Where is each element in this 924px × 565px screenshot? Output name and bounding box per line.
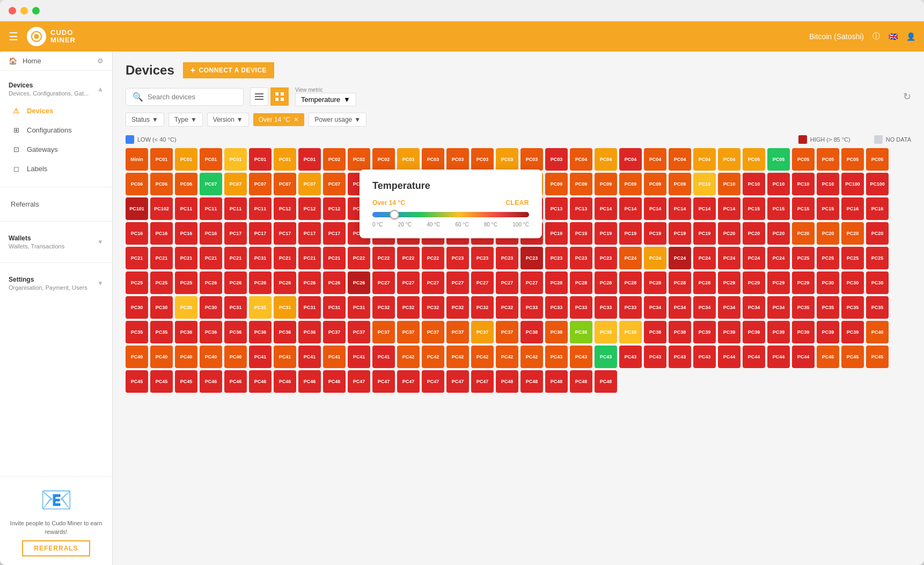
device-tile[interactable]: PC27 [422,272,444,294]
device-tile[interactable]: PC28 [669,272,691,294]
device-tile[interactable]: PC48 [545,370,568,393]
device-tile[interactable]: PC14 [595,197,617,220]
device-tile[interactable]: Minin [126,148,148,171]
device-tile[interactable]: PC47 [397,370,420,393]
device-tile[interactable]: PC30 [866,272,889,294]
refresh-button[interactable]: ↻ [903,91,911,102]
device-tile[interactable]: PC05 [767,148,790,171]
device-tile[interactable]: PC39 [792,321,815,343]
device-tile[interactable]: PC25 [866,247,889,269]
device-tile[interactable]: PC06 [150,173,173,195]
device-tile[interactable]: PC23 [446,247,469,269]
metric-select[interactable]: Temperature ▼ [295,93,356,106]
device-tile[interactable]: PC26 [274,272,296,294]
device-tile[interactable]: PC05 [743,148,765,171]
device-tile[interactable]: PC40 [200,346,222,368]
device-tile[interactable]: PC35 [817,296,839,319]
device-tile[interactable]: PC20 [767,222,790,245]
device-tile[interactable]: PC30 [200,296,222,319]
device-tile[interactable]: PC43 [595,346,617,368]
device-tile[interactable]: PC20 [792,222,815,245]
device-tile[interactable]: PC17 [274,222,296,245]
device-tile[interactable]: PC20 [743,222,765,245]
device-tile[interactable]: PC09 [619,173,642,195]
device-tile[interactable]: PC31 [249,296,272,319]
device-tile[interactable]: PC25 [175,272,197,294]
device-tile[interactable]: PC33 [545,296,568,319]
device-tile[interactable]: PC17 [249,222,272,245]
device-tile[interactable]: PC24 [644,247,666,269]
device-tile[interactable]: PC47 [372,370,395,393]
device-tile[interactable]: PC48 [496,370,518,393]
device-tile[interactable]: PC19 [669,222,691,245]
grid-view-button[interactable] [270,87,289,106]
device-tile[interactable]: PC19 [545,222,568,245]
device-tile[interactable]: PC24 [693,247,716,269]
device-tile[interactable]: PC19 [570,222,592,245]
device-tile[interactable]: PC37 [496,321,518,343]
device-tile[interactable]: PC27 [397,272,420,294]
device-tile[interactable]: PC40 [150,346,173,368]
menu-icon[interactable]: ☰ [9,30,18,43]
device-tile[interactable]: PC03 [471,148,494,171]
device-tile[interactable]: PC41 [249,346,272,368]
device-tile[interactable]: PC32 [446,296,469,319]
device-tile[interactable]: PC44 [792,346,815,368]
device-tile[interactable]: PC23 [595,247,617,269]
device-tile[interactable]: PC39 [841,321,864,343]
device-tile[interactable]: PC09 [570,173,592,195]
device-tile[interactable]: PC06 [126,173,148,195]
device-tile[interactable]: PC32 [397,296,420,319]
user-icon[interactable]: 👤 [906,32,915,41]
device-tile[interactable]: PC31 [323,296,346,319]
device-tile[interactable]: PC45 [866,346,889,368]
device-tile[interactable]: PC09 [595,173,617,195]
type-filter[interactable]: Type ▼ [168,113,203,127]
device-tile[interactable]: PC38 [595,321,617,343]
device-tile[interactable]: PC38 [644,321,666,343]
device-tile[interactable]: PC24 [718,247,740,269]
device-tile[interactable]: PC23 [496,247,518,269]
device-tile[interactable]: PC43 [644,346,666,368]
device-tile[interactable]: PC30 [817,272,839,294]
device-tile[interactable]: PC11 [200,197,222,220]
device-tile[interactable]: PC29 [718,272,740,294]
device-tile[interactable]: PC30 [175,296,197,319]
device-tile[interactable]: PC46 [200,370,222,393]
device-tile[interactable]: PC33 [619,296,642,319]
device-tile[interactable]: PC45 [817,346,839,368]
device-tile[interactable]: PC38 [520,321,543,343]
device-tile[interactable]: PC04 [619,148,642,171]
device-tile[interactable]: PC37 [397,321,420,343]
device-tile[interactable]: PC29 [792,272,815,294]
device-tile[interactable]: PC01 [200,148,222,171]
device-tile[interactable]: PC36 [274,321,296,343]
device-tile[interactable]: PC25 [841,247,864,269]
device-tile[interactable]: PC32 [372,296,395,319]
device-tile[interactable]: PC42 [422,346,444,368]
device-tile[interactable]: PC30 [841,272,864,294]
device-tile[interactable]: PC12 [274,197,296,220]
device-tile[interactable]: PC34 [669,296,691,319]
device-tile[interactable]: PC05 [817,148,839,171]
device-tile[interactable]: PC04 [669,148,691,171]
device-tile[interactable]: PC19 [595,222,617,245]
device-tile[interactable]: PC30 [126,296,148,319]
device-tile[interactable]: PC15 [792,197,815,220]
device-tile[interactable]: PC16 [175,222,197,245]
device-tile[interactable]: PC05 [866,148,889,171]
device-tile[interactable]: PC10 [767,173,790,195]
device-tile[interactable]: PC44 [767,346,790,368]
device-tile[interactable]: PC33 [570,296,592,319]
device-tile[interactable]: PC100 [841,173,864,195]
device-tile[interactable]: PC41 [298,346,321,368]
device-tile[interactable]: PC46 [323,370,346,393]
device-tile[interactable]: PC25 [150,272,173,294]
device-tile[interactable]: PC26 [348,272,370,294]
device-tile[interactable]: PC23 [545,247,568,269]
device-tile[interactable]: PC32 [496,296,518,319]
device-tile[interactable]: PC35 [150,321,173,343]
device-tile[interactable]: PC26 [224,272,247,294]
device-tile[interactable]: PC21 [150,247,173,269]
device-tile[interactable]: PC02 [372,148,395,171]
